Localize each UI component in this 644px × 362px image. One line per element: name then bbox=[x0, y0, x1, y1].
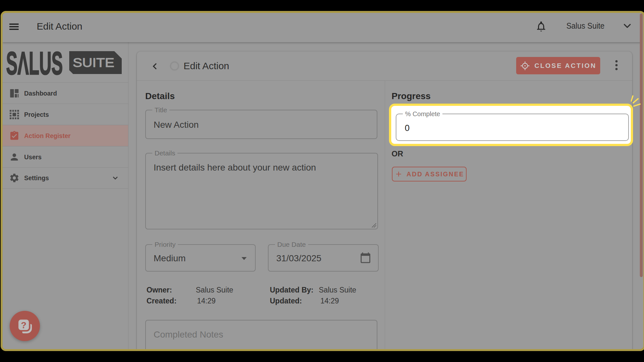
svg-text:SUITE: SUITE bbox=[73, 56, 114, 70]
svg-text:SΛLUS: SΛLUS bbox=[6, 51, 63, 76]
svg-text:?: ? bbox=[21, 320, 26, 330]
